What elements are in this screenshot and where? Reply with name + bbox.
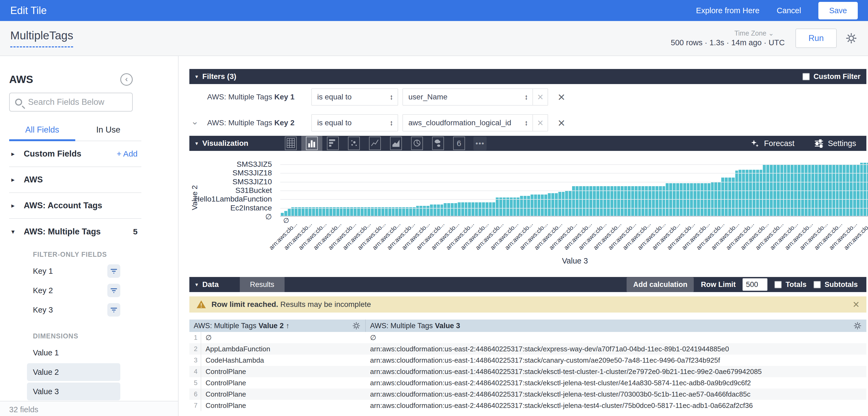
custom-filter-checkbox[interactable] <box>802 73 810 80</box>
column-header-value2[interactable]: AWS: Multiple Tags Value 2 ↑ <box>189 319 366 332</box>
chart-type-single-value-icon[interactable]: 6 <box>448 136 470 151</box>
table-row[interactable]: 6ControlPlanearn:aws:cloudformation:us-e… <box>189 388 866 400</box>
chart-bar[interactable] <box>760 170 763 216</box>
add-calculation-button[interactable]: Add calculation <box>627 277 694 292</box>
field-value-2[interactable]: Value 2 <box>27 363 120 381</box>
chart-bar[interactable] <box>503 198 506 216</box>
chart-bar[interactable] <box>732 178 735 216</box>
chart-bar[interactable] <box>423 206 426 216</box>
totals-checkbox[interactable] <box>774 281 782 288</box>
chart-bar[interactable] <box>465 202 468 216</box>
field-value-3[interactable]: Value 3 <box>27 383 120 401</box>
explore-from-here-button[interactable]: Explore from Here <box>696 6 759 15</box>
chart-type-map-icon[interactable] <box>428 136 448 151</box>
chart-type-bar-icon[interactable] <box>322 136 343 151</box>
chart-bar[interactable] <box>725 178 728 216</box>
chart-bar[interactable] <box>714 182 717 216</box>
chart-bar[interactable] <box>444 203 447 216</box>
tab-in-use[interactable]: In Use <box>75 125 141 141</box>
table-row[interactable]: 1∅∅ <box>189 332 866 343</box>
section-aws-account-tags[interactable]: ▸ AWS: Account Tags <box>9 193 141 219</box>
chart-type-more-icon[interactable]: ••• <box>470 136 491 151</box>
chart-bar[interactable] <box>284 211 287 216</box>
chart-bar[interactable] <box>427 206 429 216</box>
results-tab[interactable]: Results <box>240 277 285 292</box>
time-zone-dropdown[interactable]: Time Zone ⌄ <box>735 29 774 37</box>
chart-bar[interactable] <box>482 202 485 216</box>
field-key-3[interactable]: Key 3 <box>27 301 120 319</box>
settings-button[interactable]: Settings <box>814 139 856 148</box>
chart-bar[interactable] <box>492 202 495 216</box>
chart-bar[interactable] <box>711 182 714 216</box>
chart-bar[interactable] <box>281 213 284 216</box>
chart-type-scatter-icon[interactable] <box>343 136 364 151</box>
subtotals-checkbox[interactable] <box>813 281 821 288</box>
chart-bar[interactable] <box>562 192 565 216</box>
clear-value-icon[interactable]: × <box>532 115 548 131</box>
chart-bar[interactable] <box>440 205 443 216</box>
search-input[interactable] <box>28 97 127 107</box>
section-aws-multiple-tags[interactable]: ▾ AWS: Multiple Tags 5 <box>9 219 141 245</box>
chart-bar[interactable] <box>475 202 478 216</box>
cancel-button[interactable]: Cancel <box>777 6 801 15</box>
chart-bar[interactable] <box>531 195 533 216</box>
chart-bar[interactable] <box>471 202 474 216</box>
explore-title[interactable]: MultipleTags <box>10 29 73 47</box>
chart-type-table-icon[interactable] <box>280 136 301 151</box>
chart-bar[interactable] <box>558 192 561 216</box>
filter-icon[interactable] <box>107 264 120 278</box>
chart-bar[interactable] <box>541 195 544 216</box>
visualization-header-title[interactable]: Visualization <box>202 139 248 148</box>
chart-bar[interactable] <box>742 170 745 216</box>
section-aws[interactable]: ▸ AWS <box>9 167 141 193</box>
chart-bar[interactable] <box>499 198 502 216</box>
column-gear-icon[interactable] <box>352 321 361 330</box>
collapse-sidebar-button[interactable]: ‹ <box>120 73 133 86</box>
chart-bar[interactable] <box>735 171 738 216</box>
chart-bar[interactable] <box>749 170 752 216</box>
filters-header-title[interactable]: Filters (3) <box>202 72 236 81</box>
query-settings-gear-icon[interactable] <box>845 32 858 45</box>
chart-bar[interactable] <box>537 195 540 216</box>
chart-bar[interactable] <box>565 190 568 216</box>
filter-icon[interactable] <box>107 303 120 317</box>
field-key-1[interactable]: Key 1 <box>27 262 120 280</box>
chart-bar[interactable] <box>506 198 509 216</box>
chart-bar[interactable] <box>416 206 419 216</box>
table-row[interactable]: 4ControlPlanearn:aws:cloudformation:us-e… <box>189 366 866 377</box>
chart-bar[interactable] <box>288 209 291 216</box>
chart-bar[interactable] <box>548 193 551 216</box>
table-row[interactable]: 5ControlPlanearn:aws:cloudformation:us-e… <box>189 377 866 388</box>
chart-bar[interactable] <box>527 196 530 216</box>
section-custom-fields[interactable]: ▸ Custom Fields + Add <box>9 141 141 167</box>
filter-operator-select[interactable]: is equal to ↕ <box>311 114 398 132</box>
chart-type-column-icon[interactable] <box>301 136 322 151</box>
chart-bar[interactable] <box>524 196 527 216</box>
chart-bar[interactable] <box>454 203 457 216</box>
column-gear-icon[interactable] <box>853 321 862 330</box>
chart-bar[interactable] <box>461 202 464 216</box>
add-custom-field-button[interactable]: + Add <box>117 149 141 159</box>
chart-bar[interactable] <box>420 206 423 216</box>
filter-value-select[interactable]: user_Name ↕ × <box>402 89 548 106</box>
chart-bar[interactable] <box>489 202 492 216</box>
chart-bar[interactable] <box>721 178 724 216</box>
tab-all-fields[interactable]: All Fields <box>9 125 75 141</box>
filter-icon[interactable] <box>107 284 120 297</box>
chart-bar[interactable] <box>451 203 454 216</box>
data-header-title[interactable]: Data <box>202 280 219 289</box>
row-limit-input[interactable] <box>743 278 767 291</box>
field-key-2[interactable]: Key 2 <box>27 282 120 299</box>
chart-bar[interactable] <box>555 193 558 216</box>
save-button[interactable]: Save <box>818 2 858 20</box>
chart-bar[interactable] <box>447 203 450 216</box>
chart-bar[interactable] <box>739 170 742 216</box>
chart-bar[interactable] <box>510 198 513 216</box>
chart-bar[interactable] <box>756 170 759 216</box>
chart-bar[interactable] <box>430 205 433 216</box>
chart-bar[interactable] <box>496 198 499 216</box>
chart-bar[interactable] <box>752 170 755 216</box>
field-search-box[interactable] <box>9 93 133 111</box>
chart-bar[interactable] <box>433 205 436 216</box>
chart-bar[interactable] <box>437 205 440 216</box>
